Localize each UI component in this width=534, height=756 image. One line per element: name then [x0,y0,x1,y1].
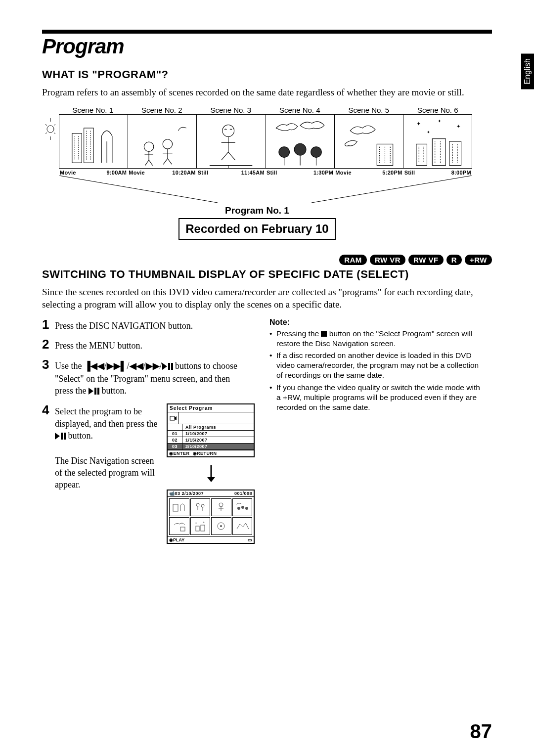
tl-type: Still [404,170,415,176]
svg-rect-35 [416,144,427,165]
step-number: 3 [42,358,55,398]
thumb-foot-right: ▭ [248,537,252,542]
svg-text:✦: ✦ [416,120,421,126]
rule-thick [42,30,492,34]
badge-r: R [446,255,462,265]
svg-rect-50 [94,388,96,395]
language-tab: English [521,53,534,89]
thumb-foot-left: ◉PLAY [169,537,184,542]
tl-type: Still [267,170,277,176]
screen-footer: ◉ENTER ◉RETURN [168,450,254,456]
svg-marker-49 [89,388,93,395]
prog-date: 1/10/2007 [182,431,254,437]
note-list: Pressing the button on the "Select Progr… [269,329,482,412]
scene-thumbnail [335,115,403,168]
scene-label: Scene No. 6 [403,106,473,114]
sun-icon [45,114,55,169]
badge-plusrw: +RW [465,255,492,265]
svg-rect-9 [72,133,82,162]
badge-ram: RAM [339,255,367,265]
svg-rect-36 [432,138,445,165]
thumb-cell [211,517,231,535]
thumb-cell [169,517,189,535]
svg-text:✦: ✦ [427,130,430,134]
tl-type: Movie [335,170,352,176]
thumb-cell [232,498,253,516]
svg-line-44 [59,176,218,203]
note-item: If a disc recorded on another device is … [269,351,482,380]
svg-line-6 [54,123,55,126]
thumb-cell [232,517,253,535]
movie-icon: 📹 [169,491,175,496]
svg-line-45 [312,176,472,203]
program-number-label: Program No. 1 [173,205,341,216]
thumbnail-screen: 📹03 2/10/2007 001/008 ✦✦ [167,489,255,544]
thumb-cell [190,498,211,516]
program-diagram: Scene No. 1 Scene No. 2 Scene No. 3 Scen… [42,106,472,240]
svg-line-8 [54,133,55,135]
svg-point-68 [241,506,244,509]
tl-time: 1:30PM [313,170,333,176]
page-title: Program [42,35,492,58]
next-skip-icon: ▶▶▌ [107,361,127,371]
step-number: 2 [42,338,55,352]
tl-type: Still [198,170,209,176]
badge-rwvr: RW VR [370,255,405,265]
svg-point-17 [163,139,172,148]
svg-marker-56 [175,416,177,420]
all-programs-label: All Programs [182,424,254,430]
select-program-screen: Select Program All Programs 011/10/2007 … [167,403,255,457]
recorded-date-box: Recorded on February 10 [178,218,335,240]
step1-text: Press the DISC NAVIGATION button. [55,318,193,332]
fastfwd-icon: ▶▶ [146,361,160,371]
svg-rect-47 [168,363,170,370]
prog-date: 2/10/2007 [182,444,254,449]
thumb-head-left: 📹03 2/10/2007 [169,491,204,496]
svg-point-64 [219,503,223,507]
tl-type: Movie [60,170,76,176]
svg-marker-46 [162,363,167,370]
svg-rect-10 [84,128,93,163]
scene-thumbnail [128,115,197,168]
arrow-down-icon [167,465,256,485]
step-number: 1 [42,318,55,332]
svg-text:✦: ✦ [195,522,197,525]
svg-rect-70 [180,527,185,531]
tl-time: 8:00PM [451,170,471,176]
rewind-icon: ◀◀ [130,361,143,371]
scene-thumbnail [59,115,128,168]
movie-icon [168,412,178,424]
svg-line-5 [45,123,47,126]
screen-title: Select Program [168,404,254,412]
tl-time: 5:20PM [382,170,402,176]
scene-thumbnail [197,115,266,168]
svg-line-7 [45,133,47,135]
thumb-cell [211,498,231,516]
scene-label: Scene No. 4 [266,106,335,114]
prog-num: 01 [168,431,182,437]
tl-time: 9:00AM [106,170,127,176]
badge-rwvf: RW VF [408,255,444,265]
svg-point-21 [278,146,289,157]
scene-thumbnail [266,115,335,168]
svg-point-0 [47,126,54,133]
scene-label: Scene No. 3 [196,106,266,114]
note-heading: Note: [269,318,482,327]
step3-text: Use the ▐◀◀/▶▶▌/◀◀/▶▶/ buttons to choose… [55,358,250,398]
scene-thumbnail: ✦✦✦✦ [403,115,472,168]
prev-skip-icon: ▐◀◀ [84,361,104,371]
thumb-head-right: 001/008 [234,491,252,496]
section2-body: Since the scenes recorded on this DVD vi… [42,286,492,311]
stop-icon [321,331,327,337]
play-pause-icon [89,386,99,398]
disc-format-badges: RAM RW VR RW VF R +RW [42,255,492,265]
svg-point-67 [237,507,240,510]
svg-text:✦: ✦ [456,124,460,129]
svg-rect-73 [196,526,199,531]
svg-point-16 [144,142,154,151]
svg-text:✦: ✦ [438,119,442,124]
prog-num: 03 [168,444,182,449]
scene-label: Scene No. 1 [58,106,128,114]
gather-lines [42,176,472,205]
svg-point-62 [201,504,204,507]
